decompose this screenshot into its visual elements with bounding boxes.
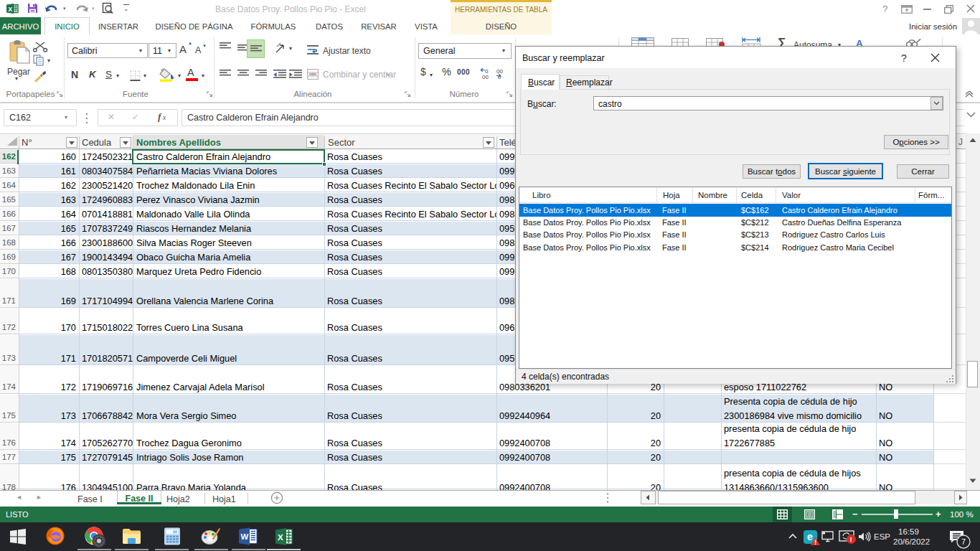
svg-text:00: 00 <box>482 74 489 80</box>
svg-text:X: X <box>278 533 283 542</box>
svg-text:X: X <box>8 6 12 13</box>
svg-text:7: 7 <box>961 537 966 546</box>
svg-text:W: W <box>241 532 249 541</box>
